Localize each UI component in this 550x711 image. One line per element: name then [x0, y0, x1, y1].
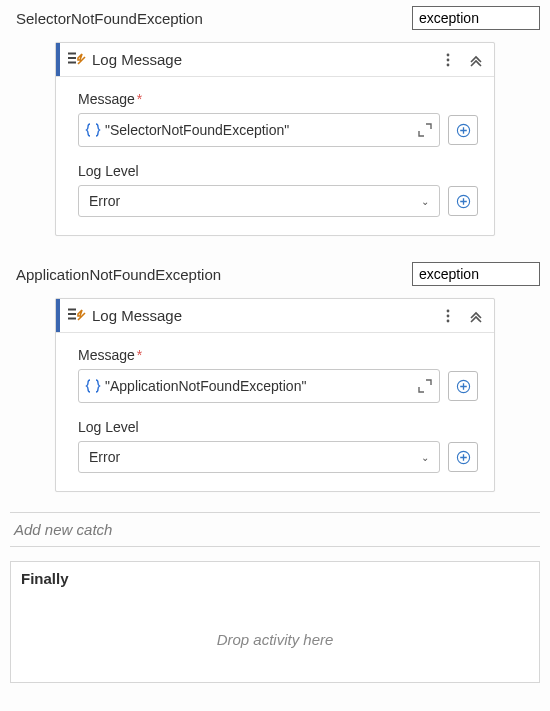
- loglevel-value: Error: [89, 449, 120, 465]
- activity-title: Log Message: [92, 307, 440, 324]
- message-input[interactable]: "ApplicationNotFoundException": [78, 369, 440, 403]
- loglevel-select[interactable]: Error ⌄: [78, 441, 440, 473]
- add-new-catch-button[interactable]: Add new catch: [10, 512, 540, 547]
- add-argument-button[interactable]: [448, 115, 478, 145]
- catch-variable-input[interactable]: [412, 262, 540, 286]
- expand-editor-icon[interactable]: [417, 122, 433, 138]
- log-message-activity[interactable]: Log Message Message* "Selecto: [55, 42, 495, 236]
- loglevel-value: Error: [89, 193, 120, 209]
- svg-rect-2: [68, 61, 76, 63]
- catch-block: SelectorNotFoundException Log Message Me…: [10, 0, 540, 236]
- svg-rect-10: [68, 317, 76, 319]
- chevron-down-icon: ⌄: [421, 452, 429, 463]
- collapse-icon[interactable]: [468, 52, 484, 68]
- catch-exception-name: ApplicationNotFoundException: [16, 266, 221, 283]
- catch-header[interactable]: SelectorNotFoundException: [10, 0, 540, 42]
- finally-block: Finally Drop activity here: [10, 561, 540, 683]
- svg-rect-8: [68, 308, 76, 310]
- add-argument-button[interactable]: [448, 371, 478, 401]
- loglevel-select[interactable]: Error ⌄: [78, 185, 440, 217]
- logmessage-icon: [68, 307, 86, 325]
- svg-point-12: [447, 314, 450, 317]
- catch-variable-input[interactable]: [412, 6, 540, 30]
- svg-rect-1: [68, 57, 76, 59]
- catch-block: ApplicationNotFoundException Log Message…: [10, 256, 540, 492]
- add-argument-button[interactable]: [448, 442, 478, 472]
- message-value: "SelectorNotFoundException": [101, 122, 417, 138]
- loglevel-label: Log Level: [78, 163, 478, 179]
- add-argument-button[interactable]: [448, 186, 478, 216]
- svg-point-4: [447, 58, 450, 61]
- catch-exception-name: SelectorNotFoundException: [16, 10, 203, 27]
- more-menu-icon[interactable]: [440, 308, 456, 324]
- activity-title: Log Message: [92, 51, 440, 68]
- svg-point-13: [447, 319, 450, 322]
- svg-point-11: [447, 309, 450, 312]
- loglevel-label: Log Level: [78, 419, 478, 435]
- activity-header[interactable]: Log Message: [56, 43, 494, 77]
- chevron-down-icon: ⌄: [421, 196, 429, 207]
- log-message-activity[interactable]: Log Message Message* "Applica: [55, 298, 495, 492]
- drop-activity-zone[interactable]: Drop activity here: [11, 587, 539, 678]
- more-menu-icon[interactable]: [440, 52, 456, 68]
- message-input[interactable]: "SelectorNotFoundException": [78, 113, 440, 147]
- finally-title[interactable]: Finally: [11, 562, 539, 587]
- activity-header[interactable]: Log Message: [56, 299, 494, 333]
- collapse-icon[interactable]: [468, 308, 484, 324]
- svg-point-3: [447, 53, 450, 56]
- svg-rect-9: [68, 313, 76, 315]
- expand-editor-icon[interactable]: [417, 378, 433, 394]
- braces-icon: [85, 378, 101, 394]
- message-value: "ApplicationNotFoundException": [101, 378, 417, 394]
- message-label: Message*: [78, 347, 478, 363]
- catch-header[interactable]: ApplicationNotFoundException: [10, 256, 540, 298]
- braces-icon: [85, 122, 101, 138]
- message-label: Message*: [78, 91, 478, 107]
- logmessage-icon: [68, 51, 86, 69]
- svg-point-5: [447, 63, 450, 66]
- svg-rect-0: [68, 52, 76, 54]
